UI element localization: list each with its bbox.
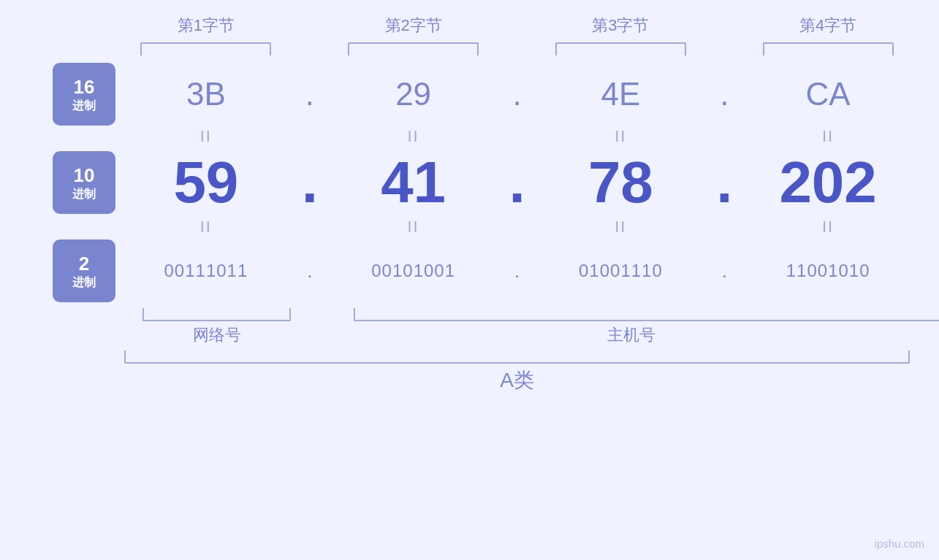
hex-badge-unit: 进制	[72, 99, 96, 112]
bin-badge-num: 2	[79, 253, 89, 275]
hex-val-3: 4E	[539, 76, 703, 112]
dot-hex-3: .	[702, 76, 746, 112]
bin-val-1: 00111011	[124, 261, 288, 281]
byte-label-4: 第4字节	[799, 15, 856, 37]
main-container: 第1字节 第2字节 第3字节 第4字节 16 进制 3B . 29 .	[0, 0, 939, 560]
eq-row-2: II II II II	[124, 218, 910, 237]
sep-header-3	[702, 15, 746, 55]
hex-row: 16 进制 3B . 29 . 4E . CA	[44, 63, 910, 126]
bracket-top-3	[555, 42, 686, 55]
eq-1: II	[200, 127, 212, 146]
eq-2: II	[408, 127, 419, 146]
eq-col-3: II	[539, 127, 703, 146]
host-bracket-wrap	[354, 308, 910, 321]
hex-val-2: 29	[332, 76, 495, 112]
network-bracket	[142, 308, 291, 321]
watermark: ipshu.com	[875, 537, 924, 550]
dec-val-3: 78	[539, 149, 703, 216]
eq2-col-3: II	[539, 218, 703, 237]
sep-bracket-1	[310, 308, 354, 321]
host-label: 主机号	[607, 326, 655, 344]
bracket-top-2	[348, 42, 479, 55]
bin-badge: 2 进制	[53, 239, 115, 302]
eq-col-4: II	[746, 127, 910, 146]
eq2-1: II	[200, 218, 212, 237]
dot-hex-1: .	[288, 76, 332, 112]
eq2-col-1: II	[124, 218, 288, 237]
bin-val-4: 11001010	[746, 261, 910, 281]
dot-bin-2: .	[495, 260, 539, 283]
dec-badge-unit: 进制	[72, 187, 96, 201]
network-bracket-wrap	[124, 308, 310, 321]
sep-label-1	[310, 324, 354, 346]
byte-label-2: 第2字节	[385, 15, 442, 37]
dec-val-1: 59	[124, 149, 288, 216]
bin-badge-col: 2 进制	[44, 239, 124, 302]
class-bracket-wrap	[124, 350, 910, 364]
byte-col-3: 第3字节	[539, 15, 703, 55]
eq-col-2: II	[332, 127, 495, 146]
byte-label-1: 第1字节	[178, 15, 235, 37]
dot-dec-3: .	[702, 149, 746, 216]
hex-badge-col: 16 进制	[44, 63, 124, 126]
watermark-text: ipshu.com	[875, 537, 924, 550]
eq2-col-2: II	[332, 218, 495, 237]
host-label-col: 主机号	[354, 324, 910, 346]
byte-col-2: 第2字节	[332, 15, 495, 55]
header-row: 第1字节 第2字节 第3字节 第4字节	[124, 15, 910, 55]
dec-badge-col: 10 进制	[44, 151, 124, 214]
class-label: A类	[500, 369, 534, 391]
bottom-brackets-row	[124, 308, 910, 321]
dot-dec-1: .	[288, 149, 332, 216]
bin-val-3: 01001110	[539, 261, 703, 281]
bracket-top-1	[140, 42, 271, 55]
class-bracket	[124, 350, 910, 364]
eq-row-1: II II II II	[124, 127, 910, 146]
hex-val-1: 3B	[124, 76, 288, 112]
hex-badge-num: 16	[74, 76, 95, 99]
eq2-3: II	[615, 218, 626, 237]
dec-badge-num: 10	[74, 164, 95, 187]
byte-col-4: 第4字节	[746, 15, 910, 55]
eq-3: II	[615, 127, 626, 146]
byte-col-1: 第1字节	[124, 15, 288, 55]
class-label-col: A类	[124, 367, 910, 394]
dec-row: 10 进制 59 . 41 . 78 . 202	[44, 149, 910, 216]
eq-col-1: II	[124, 127, 288, 146]
class-bracket-row	[124, 350, 910, 364]
network-label: 网络号	[193, 326, 241, 344]
segment-label-row: 网络号 主机号	[124, 324, 910, 346]
bin-val-2: 00101001	[332, 261, 495, 281]
eq2-4: II	[822, 218, 834, 237]
sep-header-2	[495, 15, 539, 55]
eq-4: II	[822, 127, 834, 146]
byte-label-3: 第3字节	[592, 15, 649, 37]
bin-row: 2 进制 00111011 . 00101001 . 01001110 . 11…	[44, 239, 910, 302]
bracket-top-4	[763, 42, 894, 55]
dot-dec-2: .	[495, 149, 539, 216]
sep-header-1	[288, 15, 332, 55]
bin-badge-unit: 进制	[72, 275, 96, 289]
dec-val-2: 41	[332, 149, 495, 216]
eq2-col-4: II	[746, 218, 910, 237]
dec-badge: 10 进制	[53, 151, 115, 214]
network-label-col: 网络号	[124, 324, 310, 346]
dot-bin-3: .	[702, 260, 746, 283]
dot-bin-1: .	[288, 260, 332, 283]
eq2-2: II	[408, 218, 419, 237]
dec-val-4: 202	[746, 149, 910, 216]
host-bracket	[354, 308, 939, 321]
hex-badge: 16 进制	[53, 63, 115, 126]
hex-val-4: CA	[746, 76, 910, 112]
dot-hex-2: .	[495, 76, 539, 112]
class-label-row: A类	[124, 367, 910, 394]
